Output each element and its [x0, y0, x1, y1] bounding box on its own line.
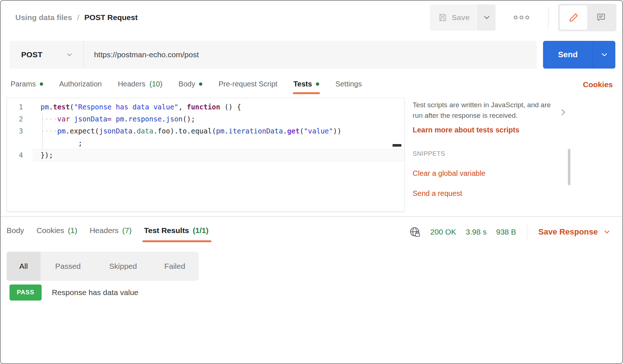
- response-tab-body[interactable]: Body: [7, 223, 24, 241]
- tab-count: (7): [122, 226, 132, 235]
- tab-label: Body: [7, 226, 24, 235]
- snippets-heading: SNIPPETS: [413, 150, 617, 158]
- tests-help-text: Test scripts are written in JavaScript, …: [413, 100, 551, 121]
- panel-scrollbar[interactable]: [568, 149, 570, 185]
- network-globe-lock-icon[interactable]: [409, 226, 421, 238]
- snippet-clear-a-global-variable[interactable]: Clear a global variable: [413, 169, 617, 178]
- tests-help-panel: Test scripts are written in JavaScript, …: [413, 100, 617, 198]
- tab-label: Headers: [118, 80, 146, 88]
- request-tabs: ParamsAuthorizationHeaders(10)BodyPre-re…: [11, 75, 613, 94]
- save-options-caret[interactable]: [478, 4, 496, 31]
- code-line[interactable]: 1pm.test("Response has data value", func…: [7, 101, 404, 113]
- code-text: ····pm.expect(jsonData.data.foo).to.equa…: [33, 125, 404, 137]
- code-text: pm.test("Response has data value", funct…: [33, 101, 404, 113]
- green-dot-indicator: [316, 82, 319, 86]
- request-header: Using data files / POST Request Save: [1, 1, 622, 34]
- tab-headers[interactable]: Headers(10): [118, 76, 163, 93]
- save-button-label: Save: [452, 13, 470, 22]
- line-number: 1: [7, 101, 33, 113]
- code-line[interactable]: 2····var jsonData= pm.response.json();: [7, 113, 404, 125]
- indent-guide: [42, 113, 43, 149]
- collapse-panel-button[interactable]: [559, 108, 567, 118]
- tab-tests[interactable]: Tests: [294, 76, 320, 93]
- ellipsis-dot: [525, 16, 529, 19]
- breadcrumb-collection[interactable]: Using data files: [15, 13, 72, 22]
- response-tab-cookies[interactable]: Cookies(1): [37, 223, 77, 241]
- chevron-down-icon: [66, 51, 73, 58]
- breadcrumb: Using data files / POST Request: [15, 13, 138, 22]
- filter-skipped[interactable]: Skipped: [95, 252, 151, 281]
- line-number: [7, 137, 33, 149]
- filter-failed[interactable]: Failed: [151, 252, 199, 281]
- right-sidebar-toggle-group: [558, 4, 616, 31]
- snippet-links: Clear a global variableSend a request: [413, 169, 617, 198]
- method-selector[interactable]: POST: [9, 41, 83, 69]
- response-size[interactable]: 938 B: [496, 228, 516, 236]
- chevron-down-icon: [603, 228, 611, 236]
- tab-label: Test Results: [144, 226, 189, 235]
- response-header-row: BodyCookies(1)Headers(7)Test Results(1/1…: [7, 220, 611, 244]
- line-number: 2: [7, 113, 33, 125]
- tab-params[interactable]: Params: [11, 76, 43, 93]
- save-icon: [438, 13, 447, 22]
- tab-count: (1/1): [193, 226, 209, 235]
- save-button[interactable]: Save: [430, 4, 478, 31]
- test-results-list: PASSResponse has data value: [9, 284, 138, 301]
- code-lines: 1pm.test("Response has data value", func…: [7, 101, 404, 161]
- save-response-button[interactable]: Save Response: [538, 227, 611, 237]
- tab-settings[interactable]: Settings: [335, 76, 362, 93]
- pane-resizer[interactable]: [1, 216, 622, 217]
- comment-icon: [596, 12, 606, 23]
- editor-overview-marker: [393, 144, 401, 147]
- url-input[interactable]: [94, 50, 537, 59]
- code-line[interactable]: 3····pm.expect(jsonData.data.foo).to.equ…: [7, 125, 404, 137]
- tab-body[interactable]: Body: [179, 76, 203, 93]
- send-button[interactable]: Send: [543, 41, 593, 69]
- code-text: ····var jsonData= pm.response.json();: [33, 113, 404, 125]
- code-text: });: [33, 149, 404, 161]
- request-url-row: POST Send: [9, 41, 615, 69]
- tab-count: (1): [68, 226, 77, 235]
- response-status[interactable]: 200 OK: [430, 228, 456, 236]
- method-label: POST: [21, 50, 42, 59]
- tab-pre-request-script[interactable]: Pre-request Script: [218, 76, 277, 93]
- line-number: 3: [7, 125, 33, 137]
- green-dot-indicator: [199, 82, 202, 86]
- tab-authorization[interactable]: Authorization: [59, 76, 102, 93]
- code-text: ;: [33, 137, 404, 149]
- header-divider: [548, 7, 549, 28]
- snippet-send-a-request[interactable]: Send a request: [413, 189, 617, 198]
- response-tab-test-results[interactable]: Test Results(1/1): [144, 223, 209, 241]
- chevron-down-icon: [482, 13, 491, 22]
- response-tabs: BodyCookies(1)Headers(7)Test Results(1/1…: [7, 223, 209, 241]
- tab-label: Tests: [294, 80, 312, 88]
- filter-passed[interactable]: Passed: [41, 252, 95, 281]
- response-meta: 200 OK 3.98 s 938 B Save Response: [409, 224, 611, 240]
- learn-more-link[interactable]: Learn more about tests scripts: [413, 126, 519, 134]
- tests-script-editor[interactable]: 1pm.test("Response has data value", func…: [7, 98, 405, 212]
- chevron-right-icon: [559, 108, 567, 117]
- tab-label: Headers: [89, 226, 118, 235]
- tab-label: Params: [11, 80, 36, 88]
- breadcrumb-request-name[interactable]: POST Request: [84, 13, 138, 22]
- breadcrumb-separator: /: [77, 13, 79, 22]
- response-tab-headers[interactable]: Headers(7): [89, 223, 131, 241]
- ellipsis-dot: [514, 16, 517, 19]
- comments-button[interactable]: [587, 5, 615, 30]
- send-options-caret[interactable]: [593, 41, 615, 69]
- tab-label: Cookies: [37, 226, 64, 235]
- tab-label: Pre-request Script: [218, 80, 277, 88]
- more-actions-button[interactable]: [510, 12, 533, 23]
- code-line[interactable]: ;: [7, 137, 404, 149]
- green-dot-indicator: [40, 82, 43, 86]
- line-number: 4: [7, 149, 33, 161]
- filter-all[interactable]: All: [7, 252, 41, 281]
- code-line[interactable]: 4});: [7, 149, 404, 161]
- response-time[interactable]: 3.98 s: [466, 228, 486, 236]
- send-button-group: Send: [543, 41, 615, 69]
- save-response-label: Save Response: [538, 227, 598, 237]
- save-button-group: Save: [430, 4, 496, 31]
- edit-docs-button[interactable]: [560, 5, 587, 30]
- pencil-icon: [569, 12, 579, 23]
- cookies-link[interactable]: Cookies: [583, 80, 613, 89]
